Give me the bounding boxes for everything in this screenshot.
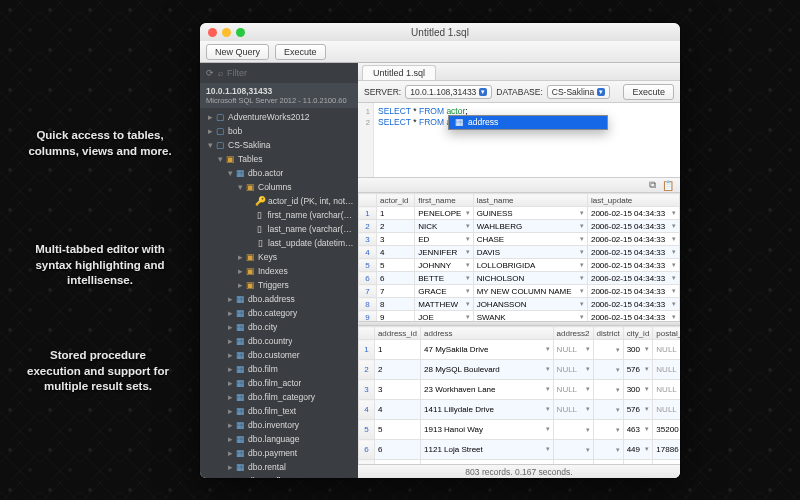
row-number[interactable]: 9 [359,311,377,322]
cell[interactable]: GUINESS▾ [473,207,587,220]
row-number[interactable]: 1 [359,340,375,360]
new-query-button[interactable]: New Query [206,44,269,60]
tbl-6[interactable]: ▸▦dbo.film [200,362,358,376]
code-area[interactable]: SELECT * FROM actor; SELECT * FROM addre… [374,103,680,177]
cell[interactable]: 300▾ [623,340,653,360]
db-cs[interactable]: ▾▢CS-Saklina [200,138,358,152]
cell[interactable]: 6 [374,440,420,460]
cell[interactable]: GRACE▾ [415,285,473,298]
refresh-icon[interactable]: ⟳ [206,68,214,78]
export-icon[interactable]: ⧉ [649,179,656,191]
cell[interactable]: 7 [377,285,415,298]
cell[interactable]: ▾ [553,420,593,440]
server-info[interactable]: 10.0.1.108,31433 Microsoft SQL Server 20… [200,83,358,108]
cell[interactable]: NICHOLSON▾ [473,272,587,285]
row-number[interactable]: 1 [359,207,377,220]
cell[interactable]: NULL▾ [553,400,593,420]
tbl-5[interactable]: ▸▦dbo.customer [200,348,358,362]
cell[interactable]: ▾ [593,420,623,440]
node-keys[interactable]: ▸▣Keys [200,250,358,264]
cell[interactable]: 2006-02-15 04:34:33▾ [587,233,679,246]
node-triggers[interactable]: ▸▣Triggers [200,278,358,292]
col-last-update[interactable]: ▯last_update (datetim… [200,236,358,250]
cell[interactable]: 5 [374,420,420,440]
cell[interactable]: ▾ [593,440,623,460]
cell[interactable]: NULL▾ [653,360,680,380]
cell[interactable]: NULL▾ [553,380,593,400]
cell[interactable]: 1 [377,207,415,220]
cell[interactable]: 576▾ [623,360,653,380]
cell[interactable]: ▾ [593,380,623,400]
col-header[interactable]: first_name [415,194,473,207]
row-number[interactable]: 5 [359,259,377,272]
row-number[interactable]: 3 [359,380,375,400]
col-header[interactable]: address_id [374,327,420,340]
cell[interactable]: 1 [374,340,420,360]
cell[interactable]: PENELOPE▾ [415,207,473,220]
cell[interactable]: 2006-02-15 04:34:33▾ [587,298,679,311]
tbl-3[interactable]: ▸▦dbo.city [200,320,358,334]
tbl-2[interactable]: ▸▦dbo.category [200,306,358,320]
cell[interactable]: 2006-02-15 04:34:33▾ [587,285,679,298]
cell[interactable]: 2 [377,220,415,233]
cell[interactable]: NULL▾ [653,380,680,400]
cell[interactable]: 35200▾ [653,420,680,440]
row-number[interactable]: 6 [359,272,377,285]
cell[interactable]: 2006-02-15 04:34:33▾ [587,207,679,220]
cell[interactable]: 449▾ [623,440,653,460]
execute-button-inner[interactable]: Execute [623,84,674,100]
cell[interactable]: 1121 Loja Street▾ [421,440,554,460]
cell[interactable]: NULL▾ [653,400,680,420]
cell[interactable]: DAVIS▾ [473,246,587,259]
cell[interactable]: SWANK▾ [473,311,587,322]
cell[interactable]: ▾ [593,340,623,360]
cell[interactable]: 8 [377,298,415,311]
cell[interactable]: LOLLOBRIGIDA▾ [473,259,587,272]
cell[interactable]: 1411 Lillydale Drive▾ [421,400,554,420]
tbl-actor[interactable]: ▾▦dbo.actor [200,166,358,180]
col-header[interactable]: last_name [473,194,587,207]
row-number[interactable]: 3 [359,233,377,246]
cell[interactable]: 2006-02-15 04:34:33▾ [587,259,679,272]
cell[interactable]: 28 MySQL Boulevard▾ [421,360,554,380]
col-header[interactable]: district [593,327,623,340]
cell[interactable]: ▾ [553,440,593,460]
cell[interactable]: MATTHEW▾ [415,298,473,311]
cell[interactable]: 300▾ [623,380,653,400]
row-number[interactable]: 8 [359,298,377,311]
cell[interactable]: ED▾ [415,233,473,246]
row-number[interactable]: 6 [359,440,375,460]
cell[interactable]: 4 [377,246,415,259]
cell[interactable]: 3 [374,380,420,400]
object-tree[interactable]: ▸▢AdventureWorks2012▸▢bob▾▢CS-Saklina▾▣T… [200,108,358,478]
cell[interactable]: 2006-02-15 04:34:33▾ [587,220,679,233]
filter-input[interactable] [227,68,352,78]
tbl-8[interactable]: ▸▦dbo.film_category [200,390,358,404]
cell[interactable]: 2006-02-15 04:34:33▾ [587,272,679,285]
col-header[interactable]: address2 [553,327,593,340]
sql-editor[interactable]: 12 SELECT * FROM actor; SELECT * FROM ad… [358,103,680,177]
cell[interactable]: 47 MySakila Drive▾ [421,340,554,360]
cell[interactable]: BETTE▾ [415,272,473,285]
tbl-11[interactable]: ▸▦dbo.language [200,432,358,446]
cell[interactable]: 6 [377,272,415,285]
cell[interactable]: 9 [377,311,415,322]
cell[interactable]: ▾ [593,400,623,420]
tbl-1[interactable]: ▸▦dbo.address [200,292,358,306]
col-header[interactable]: actor_id [377,194,415,207]
cell[interactable]: NICK▾ [415,220,473,233]
cell[interactable]: 23 Workhaven Lane▾ [421,380,554,400]
cell[interactable]: NULL▾ [553,340,593,360]
cell[interactable]: MY NEW COLUMN NAME▾ [473,285,587,298]
node-columns[interactable]: ▾▣Columns [200,180,358,194]
row-number[interactable]: 5 [359,420,375,440]
cell[interactable]: 4 [374,400,420,420]
col-actor-id[interactable]: 🔑actor_id (PK, int, not… [200,194,358,208]
col-header[interactable]: postal_code [653,327,680,340]
cell[interactable]: JOE▾ [415,311,473,322]
col-header[interactable]: last_update [587,194,679,207]
results-grid-2[interactable]: address_idaddressaddress2districtcity_id… [358,326,680,464]
database-select[interactable]: CS-Saklina▾ [547,85,611,99]
cell[interactable]: ▾ [593,360,623,380]
node-indexes[interactable]: ▸▣Indexes [200,264,358,278]
